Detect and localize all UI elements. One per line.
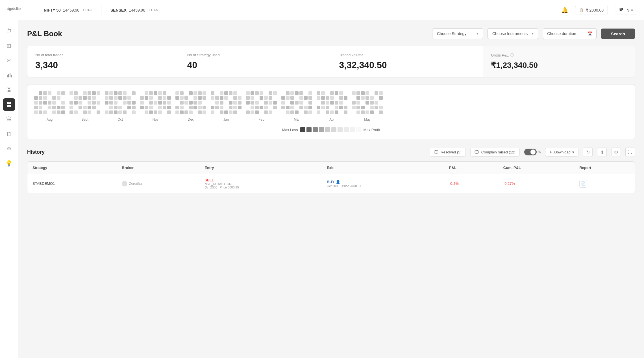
- resolved-icon: 💬: [434, 150, 438, 154]
- day-cell: [233, 96, 237, 100]
- sidebar-item-report[interactable]: 🗒: [3, 128, 15, 140]
- day-cell: [229, 101, 232, 105]
- legend-max-loss: Max Loss: [282, 128, 298, 132]
- svg-rect-10: [9, 105, 11, 107]
- day-cell: [39, 101, 42, 105]
- day-cell: [356, 110, 360, 114]
- cell-broker: Zerodha: [117, 174, 199, 193]
- expand-button[interactable]: ⛶: [625, 147, 635, 157]
- day-cell: [88, 106, 91, 109]
- sidebar-item-settings[interactable]: ⚙: [3, 142, 15, 155]
- week-row: [69, 91, 100, 95]
- day-cell: [290, 91, 294, 95]
- refresh-button[interactable]: ↻: [583, 147, 593, 157]
- day-cell: [344, 110, 347, 114]
- percentage-toggle[interactable]: [524, 149, 537, 155]
- complain-label: Complain raised (12): [481, 150, 515, 154]
- sidebar-item-save[interactable]: [3, 84, 15, 96]
- day-cell: [43, 106, 47, 109]
- notification-icon[interactable]: 🔔: [561, 7, 568, 14]
- day-cell: [92, 96, 96, 100]
- week-row: [352, 91, 383, 95]
- text-size-button[interactable]: ⬆: [597, 147, 607, 157]
- day-cell: [326, 110, 329, 114]
- day-cell: [52, 91, 56, 95]
- day-cell: [352, 91, 356, 95]
- day-cell: [269, 91, 272, 95]
- day-cell: [246, 91, 250, 95]
- strategy-dropdown[interactable]: Choose Strategy ▾: [432, 28, 483, 39]
- day-cell: [198, 101, 202, 105]
- day-cell: [321, 101, 325, 105]
- sidebar-item-grid[interactable]: ⊞: [3, 40, 15, 52]
- duration-dropdown[interactable]: Choose duration 📅: [543, 28, 597, 39]
- day-cell: [269, 101, 272, 105]
- day-cell: [118, 91, 122, 95]
- day-cell: [74, 106, 78, 109]
- day-cell: [361, 101, 365, 105]
- sidebar-item-chart[interactable]: [3, 69, 15, 81]
- sidebar-item-tools[interactable]: ✂: [3, 54, 15, 67]
- cell-entry: SELL NSE_TATAMOTORS Oct 2000 Price 3000.…: [199, 174, 322, 193]
- nav-separator-2: [101, 5, 101, 15]
- legend-blocks: [300, 127, 361, 132]
- day-cell: [145, 91, 148, 95]
- complain-button[interactable]: 💬 Complain raised (12): [470, 148, 520, 157]
- day-cell: [365, 106, 369, 109]
- history-table: Strategy Broker Entry Exit P&L Cum. P&L …: [27, 162, 635, 193]
- day-cell: [158, 106, 162, 109]
- nav-right: 🔔 📋 ₹ 2000.00 🏴 IN ▾: [561, 6, 638, 14]
- day-cell: [145, 101, 148, 105]
- day-cell: [105, 96, 108, 100]
- legend-block-8: [350, 127, 355, 132]
- day-cell: [246, 110, 250, 114]
- day-cell: [97, 106, 100, 109]
- day-cell: [52, 101, 56, 105]
- day-cell: [246, 96, 250, 100]
- day-cell: [34, 96, 38, 100]
- legend-block-1: [306, 127, 312, 132]
- broker-icon: [122, 181, 127, 186]
- instruments-dropdown[interactable]: Choose Instruments ▾: [488, 28, 538, 39]
- day-cell: [79, 101, 82, 105]
- day-cell: [163, 106, 166, 109]
- month-label-apr: Apr: [317, 118, 347, 121]
- report-icon-btn[interactable]: 📄: [579, 180, 587, 188]
- sensex-value: 14459.98: [129, 8, 145, 12]
- day-cell: [251, 106, 254, 109]
- locale-selector[interactable]: 🏴 IN ▾: [615, 6, 637, 14]
- gear-button[interactable]: ⚙: [611, 147, 621, 157]
- day-cell: [255, 96, 259, 100]
- day-cell: [140, 106, 144, 109]
- day-cell: [167, 101, 171, 105]
- day-cell: [321, 106, 325, 109]
- day-cell: [88, 101, 91, 105]
- day-cell: [158, 91, 162, 95]
- week-row: [69, 101, 100, 105]
- search-button[interactable]: Search: [601, 29, 635, 39]
- sidebar-item-lightbulb[interactable]: 💡: [3, 157, 15, 170]
- day-cell: [295, 101, 299, 105]
- day-cell: [140, 110, 144, 114]
- day-cell: [123, 96, 127, 100]
- download-button[interactable]: ⬇ Download ▾: [545, 148, 578, 157]
- day-cell: [83, 101, 87, 105]
- instruments-placeholder: Choose Instruments: [492, 31, 528, 36]
- month-block-aug: Aug: [34, 91, 65, 121]
- day-cell: [189, 106, 193, 109]
- day-cell: [198, 96, 202, 100]
- day-cell: [167, 106, 171, 109]
- day-cell: [286, 101, 290, 105]
- svg-rect-9: [7, 105, 9, 107]
- day-cell: [92, 106, 96, 109]
- day-cell: [264, 91, 268, 95]
- resolved-button[interactable]: 💬 Resolved (5): [430, 148, 466, 157]
- day-cell: [118, 96, 122, 100]
- sidebar-item-portfolio[interactable]: [3, 98, 15, 111]
- month-block-mar: Mar: [281, 91, 312, 121]
- day-cell: [39, 96, 42, 100]
- day-cell: [52, 106, 56, 109]
- day-cell: [260, 96, 263, 100]
- sidebar-item-clock[interactable]: ⏱: [3, 25, 15, 37]
- sidebar-item-bank[interactable]: 🏛: [3, 113, 15, 125]
